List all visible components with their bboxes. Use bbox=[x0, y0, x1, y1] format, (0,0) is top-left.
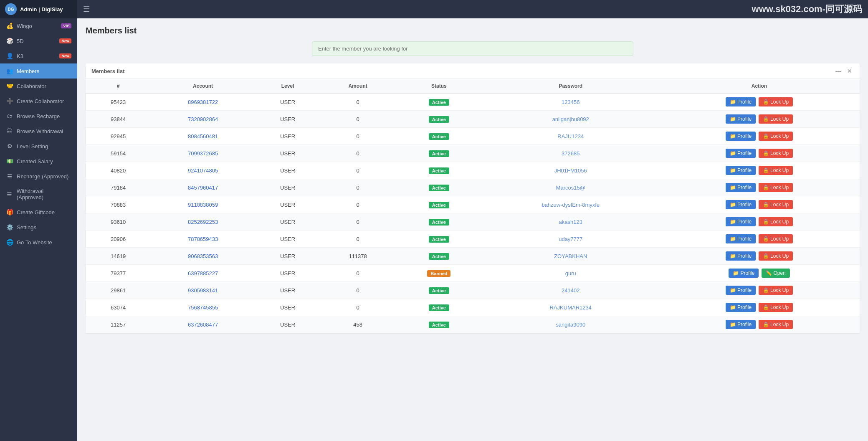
action2-button[interactable]: 🔒 Lock Up bbox=[759, 251, 793, 261]
account-link[interactable]: 8252692253 bbox=[188, 219, 218, 225]
action2-button[interactable]: 🔒 Lock Up bbox=[759, 97, 793, 106]
sidebar-icon-collaborator: 🤝 bbox=[6, 83, 13, 89]
search-input[interactable] bbox=[312, 41, 633, 56]
action2-button[interactable]: 🔒 Lock Up bbox=[759, 286, 793, 295]
sidebar-item-members[interactable]: 👥 Members bbox=[0, 63, 77, 79]
cell-id: 92945 bbox=[86, 128, 151, 145]
account-link[interactable]: 7320902864 bbox=[188, 116, 218, 122]
account-link[interactable]: 9068353563 bbox=[188, 253, 218, 259]
cell-account: 7568745855 bbox=[151, 299, 255, 316]
sidebar-title: Admin | DigiSlay bbox=[20, 6, 63, 13]
profile-button[interactable]: 📁 Profile bbox=[726, 149, 756, 158]
action2-button[interactable]: 🔒 Lock Up bbox=[759, 183, 793, 192]
action2-button[interactable]: 🔒 Lock Up bbox=[759, 217, 793, 226]
col-action: Action bbox=[659, 79, 860, 94]
cell-account: 9305983141 bbox=[151, 282, 255, 299]
account-link[interactable]: 9241074805 bbox=[188, 167, 218, 174]
table-row: 11257 6372608477 USER 458 Active sangita… bbox=[86, 316, 860, 333]
hamburger-icon[interactable]: ☰ bbox=[83, 5, 90, 14]
cell-action: 📁 Profile 🔒 Lock Up bbox=[659, 128, 860, 145]
cell-amount: 0 bbox=[320, 282, 395, 299]
cell-amount: 0 bbox=[320, 145, 395, 162]
profile-button[interactable]: 📁 Profile bbox=[726, 286, 756, 295]
sidebar-item-level-setting[interactable]: ⚙ Level Setting bbox=[0, 139, 77, 154]
profile-button[interactable]: 📁 Profile bbox=[726, 303, 756, 312]
password-value: JH01FM1056 bbox=[554, 167, 587, 174]
profile-button[interactable]: 📁 Profile bbox=[726, 114, 756, 124]
cell-level: USER bbox=[255, 213, 320, 231]
profile-button[interactable]: 📁 Profile bbox=[726, 97, 756, 106]
account-link[interactable]: 6397885227 bbox=[188, 270, 218, 276]
cell-id: 63074 bbox=[86, 299, 151, 316]
password-value: ZOYABKHAN bbox=[554, 253, 587, 259]
sidebar-item-withdrawal-approved[interactable]: ☰ Withdrawal (Approved) bbox=[0, 184, 77, 205]
cell-password: uday7777 bbox=[483, 231, 659, 248]
action2-button[interactable]: 🔒 Lock Up bbox=[759, 166, 793, 175]
sidebar-label-browse-withdrawal: Browse Withdrawal bbox=[17, 128, 63, 134]
cell-level: USER bbox=[255, 145, 320, 162]
account-link[interactable]: 6372608477 bbox=[188, 322, 218, 328]
action2-button[interactable]: 🔒 Lock Up bbox=[759, 149, 793, 158]
table-row: 29861 9305983141 USER 0 Active 241402 📁 … bbox=[86, 282, 860, 299]
action2-button[interactable]: 🔒 Lock Up bbox=[759, 132, 793, 141]
sidebar-item-recharge-approved[interactable]: ☰ Recharge (Approved) bbox=[0, 169, 77, 184]
profile-button[interactable]: 📁 Profile bbox=[726, 320, 756, 329]
sidebar-item-collaborator[interactable]: 🤝 Collaborator bbox=[0, 79, 77, 94]
account-link[interactable]: 9305983141 bbox=[188, 287, 218, 294]
sidebar-item-create-collaborator[interactable]: ➕ Create Collaborator bbox=[0, 94, 77, 109]
cell-status: Active bbox=[395, 282, 483, 299]
sidebar-item-k3[interactable]: 👤 K3 New bbox=[0, 48, 77, 63]
cell-action: 📁 Profile ✏️ Open bbox=[659, 265, 860, 282]
action2-button[interactable]: 🔒 Lock Up bbox=[759, 234, 793, 243]
sidebar-item-settings[interactable]: ⚙️ Settings bbox=[0, 220, 77, 235]
cell-amount: 0 bbox=[320, 162, 395, 179]
cell-status: Active bbox=[395, 162, 483, 179]
minimize-button[interactable]: — bbox=[834, 68, 843, 74]
action2-button[interactable]: 🔒 Lock Up bbox=[759, 303, 793, 312]
cell-level: USER bbox=[255, 248, 320, 265]
status-badge: Active bbox=[429, 287, 449, 294]
action2-button[interactable]: ✏️ Open bbox=[762, 269, 790, 278]
profile-button[interactable]: 📁 Profile bbox=[726, 166, 756, 175]
status-badge: Active bbox=[429, 133, 449, 140]
cell-action: 📁 Profile 🔒 Lock Up bbox=[659, 231, 860, 248]
cell-level: USER bbox=[255, 316, 320, 333]
cell-account: 6397885227 bbox=[151, 265, 255, 282]
profile-button[interactable]: 📁 Profile bbox=[726, 200, 756, 209]
sidebar-item-create-giftcode[interactable]: 🎁 Create Giftcode bbox=[0, 205, 77, 220]
sidebar-label-wingo: Wingo bbox=[17, 23, 32, 29]
action2-button[interactable]: 🔒 Lock Up bbox=[759, 320, 793, 329]
account-link[interactable]: 7568745855 bbox=[188, 304, 218, 311]
cell-password: 123456 bbox=[483, 94, 659, 111]
table-row: 63074 7568745855 USER 0 Active RAJKUMAR1… bbox=[86, 299, 860, 316]
cell-status: Active bbox=[395, 145, 483, 162]
profile-button[interactable]: 📁 Profile bbox=[726, 251, 756, 261]
password-value: bahzuw-dysfEm-8myxfe bbox=[542, 202, 600, 208]
cell-id: 79184 bbox=[86, 179, 151, 196]
account-link[interactable]: 7099372685 bbox=[188, 150, 218, 157]
account-link[interactable]: 8084560481 bbox=[188, 133, 218, 139]
sidebar-item-browse-withdrawal[interactable]: 🏛 Browse Withdrawal bbox=[0, 124, 77, 139]
profile-button[interactable]: 📁 Profile bbox=[726, 217, 756, 226]
password-value: guru bbox=[565, 270, 576, 276]
profile-button[interactable]: 📁 Profile bbox=[726, 234, 756, 243]
sidebar-item-wingo[interactable]: 💰 Wingo VIP bbox=[0, 18, 77, 33]
sidebar-item-browse-recharge[interactable]: 🗂 Browse Recharge bbox=[0, 109, 77, 124]
account-link[interactable]: 8969381722 bbox=[188, 99, 218, 105]
account-link[interactable]: 8457960417 bbox=[188, 185, 218, 191]
account-link[interactable]: 9110838059 bbox=[188, 202, 218, 208]
profile-button[interactable]: 📁 Profile bbox=[726, 132, 756, 141]
cell-account: 9110838059 bbox=[151, 196, 255, 213]
action2-button[interactable]: 🔒 Lock Up bbox=[759, 114, 793, 124]
account-link[interactable]: 7878659433 bbox=[188, 236, 218, 242]
sidebar-item-go-to-website[interactable]: 🌐 Go To Website bbox=[0, 235, 77, 250]
close-button[interactable]: ✕ bbox=[845, 68, 854, 74]
main-content: ☰ www.sk032.com-同可源码 Members list Member… bbox=[77, 0, 868, 441]
profile-button[interactable]: 📁 Profile bbox=[729, 269, 759, 278]
sidebar-item-5d[interactable]: 🎲 5D New bbox=[0, 33, 77, 48]
profile-button[interactable]: 📁 Profile bbox=[726, 183, 756, 192]
sidebar-icon-settings: ⚙️ bbox=[6, 224, 13, 231]
sidebar-item-created-salary[interactable]: 💵 Created Salary bbox=[0, 154, 77, 169]
sidebar-label-k3: K3 bbox=[17, 53, 23, 59]
action2-button[interactable]: 🔒 Lock Up bbox=[759, 200, 793, 209]
